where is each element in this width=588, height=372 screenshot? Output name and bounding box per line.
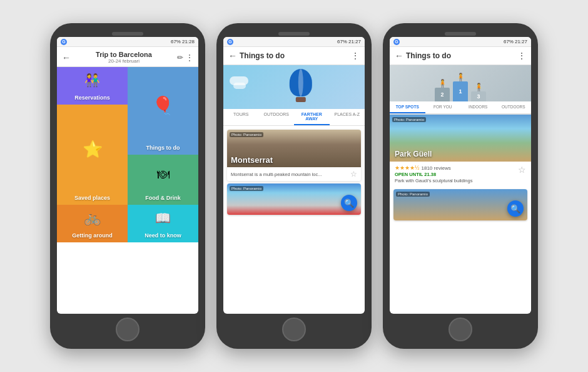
- tab-top-spots[interactable]: TOP SPOTS: [390, 101, 425, 113]
- tile-things[interactable]: 🎈 Things to do: [128, 67, 198, 155]
- back-button-1[interactable]: ←: [62, 53, 71, 63]
- tile-need-label: Need to know: [144, 232, 181, 239]
- phone-2: G 67% 21:27 ← Things to do ⋮: [216, 23, 372, 349]
- montserrat-card-body: Montserrat is a multi-peaked mountain lo…: [227, 167, 361, 181]
- phone-speaker-2: [278, 32, 310, 36]
- park-guell-desc: Park with Gaudí's sculptural buildings: [395, 178, 472, 183]
- park-guell-reviews: 1810 reviews: [422, 165, 451, 171]
- podium-1st: 🧍 1: [453, 73, 468, 101]
- top-tabs-3: TOP SPOTS FOR YOU INDOORS OUTDOORS: [390, 101, 531, 115]
- park-guell-photo-label: Photo: Panoramio: [392, 117, 426, 122]
- tile-need[interactable]: 📖 Need to know: [128, 205, 198, 242]
- g-logo-1: G: [61, 39, 67, 45]
- phone-speaker-1: [112, 32, 143, 36]
- montserrat-image: Photo: Panoramio Montserrat: [227, 130, 361, 167]
- getting-illus: 🚲: [57, 205, 128, 231]
- phone-1-top: [56, 29, 199, 37]
- montserrat-desc: Montserrat is a multi-peaked mountain lo…: [231, 172, 350, 177]
- montserrat-title: Montserrat: [231, 155, 273, 165]
- battery-1: 67%: [171, 39, 181, 44]
- p2-title-row: ← Things to do ⋮: [228, 51, 360, 61]
- time-1: 21:28: [182, 39, 195, 44]
- search-fab-3[interactable]: 🔍: [507, 200, 524, 217]
- p2-title: Things to do: [240, 51, 348, 60]
- more-icon-2[interactable]: ⋮: [351, 51, 360, 61]
- montserrat-bookmark[interactable]: ☆: [350, 170, 357, 178]
- stadium-image: Photo: Panoramio 🔍: [227, 183, 361, 215]
- saved-illus: ⭐: [57, 105, 128, 194]
- more-icon[interactable]: ⋮: [186, 53, 193, 62]
- park-guell-open: OPEN UNTIL 21.38: [395, 172, 472, 177]
- time-2: 21:27: [348, 39, 361, 44]
- tab-farther-away[interactable]: FARTHER AWAY: [294, 109, 330, 125]
- trip-dates: 20-24 februari: [71, 58, 177, 64]
- balloon-body: [290, 69, 312, 96]
- tile-things-label: Things to do: [146, 145, 180, 151]
- tile-grid: 👫 Reservations 🎈 Things to do ⭐ Saved pl…: [57, 67, 198, 314]
- phone-1-bottom: [56, 314, 199, 343]
- tab-tours[interactable]: TOURS: [223, 109, 259, 125]
- park-guell-card: Photo: Panoramio Park Güell ★★★★½ 1810 r…: [390, 115, 531, 187]
- park-guell-rating-row: ★★★★½ 1810 reviews: [395, 165, 472, 171]
- tile-reservations-label: Reservations: [74, 95, 110, 101]
- balloon-illustration: [290, 69, 312, 102]
- home-button-3[interactable]: [449, 318, 472, 341]
- tabs-2: TOURS OUTDOORS FARTHER AWAY PLACES A-Z: [223, 109, 365, 126]
- status-bar-3: G 67% 21:27: [390, 37, 531, 47]
- tab-indoors[interactable]: INDOORS: [460, 101, 496, 113]
- edit-icon[interactable]: ✏: [177, 53, 183, 62]
- home-button-2[interactable]: [282, 318, 306, 341]
- phone-1-screen: G 67% 21:28 ← Trip to Barcelona 20-24 fe…: [57, 37, 198, 314]
- tab-outdoors[interactable]: OUTDOORS: [259, 109, 295, 125]
- back-button-3[interactable]: ←: [395, 51, 403, 61]
- p2-hero: [223, 65, 365, 109]
- park-guell-stars: ★★★★½: [395, 165, 420, 171]
- tab-outdoors-3[interactable]: OUTDOORS: [496, 101, 532, 113]
- phone-2-bottom: [223, 314, 365, 343]
- tab-for-you[interactable]: FOR YOU: [425, 101, 461, 113]
- header-bar-1: ← Trip to Barcelona 20-24 februari ✏ ⋮: [57, 47, 198, 67]
- balloon-basket: [296, 97, 306, 102]
- search-fab-2[interactable]: 🔍: [341, 195, 357, 211]
- trip-title: Trip to Barcelona: [71, 51, 177, 58]
- status-bar-1: G 67% 21:28: [57, 37, 198, 47]
- balloon-stripe: [298, 69, 303, 96]
- tile-food[interactable]: 🍽 Food & Drink: [128, 155, 198, 205]
- tile-saved[interactable]: ⭐ Saved places: [57, 105, 128, 205]
- montserrat-card: Photo: Panoramio Montserrat Montserrat i…: [227, 130, 361, 181]
- cloud-2: [233, 83, 246, 89]
- podium-3rd: 🧍 3: [471, 83, 486, 101]
- status-bar-2: G 67% 21:27: [223, 37, 365, 47]
- phone-3-top: [389, 29, 532, 37]
- park-guell-bookmark[interactable]: ☆: [518, 165, 526, 175]
- tile-getting[interactable]: 🚲 Getting around: [57, 205, 128, 242]
- header-actions-1: ✏ ⋮: [177, 53, 193, 62]
- more-icon-3[interactable]: ⋮: [517, 51, 526, 61]
- things-illus: 🎈: [128, 67, 198, 143]
- battery-3: 67%: [504, 39, 514, 44]
- p3-title: Things to do: [406, 51, 515, 60]
- stadium-photo-label: Photo: Panoramio: [230, 186, 263, 191]
- p3-title-row: ← Things to do ⋮: [395, 51, 526, 61]
- podium-3-label: 3: [477, 93, 480, 100]
- back-button-2[interactable]: ←: [228, 51, 237, 61]
- tile-getting-label: Getting around: [72, 232, 113, 239]
- status-left-1: G: [61, 39, 67, 45]
- phone-1: G 67% 21:28 ← Trip to Barcelona 20-24 fe…: [50, 23, 205, 349]
- p2-header: ← Things to do ⋮: [223, 47, 365, 65]
- p3-header: ← Things to do ⋮: [390, 47, 531, 65]
- need-illus: 📖: [128, 205, 198, 231]
- phone-3: G 67% 21:27 ← Things to do ⋮ 🧍: [383, 23, 538, 349]
- header-top-1: ← Trip to Barcelona 20-24 februari ✏ ⋮: [62, 51, 193, 64]
- park-guell-info: ★★★★½ 1810 reviews OPEN UNTIL 21.38 Park…: [390, 162, 531, 187]
- tile-saved-label: Saved places: [74, 195, 110, 201]
- podium-2nd: 🧍 2: [435, 79, 450, 101]
- podium-2-label: 2: [440, 91, 444, 98]
- tab-places-az[interactable]: PLACES A-Z: [330, 109, 365, 125]
- home-button-1[interactable]: [116, 318, 139, 341]
- tile-reservations[interactable]: 👫 Reservations: [57, 67, 128, 105]
- phone-speaker-3: [445, 32, 476, 36]
- second-photo-label-3: Photo: Panoramio: [396, 192, 430, 197]
- reservations-illus: 👫: [57, 67, 128, 93]
- phone-2-screen: G 67% 21:27 ← Things to do ⋮: [223, 37, 365, 314]
